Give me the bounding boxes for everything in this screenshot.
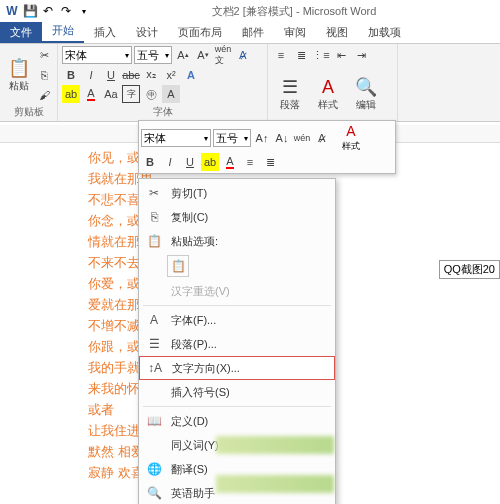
redo-icon[interactable]: ↷ <box>58 3 74 19</box>
mini-grow-button[interactable]: A↑ <box>253 129 271 147</box>
para-label: 段落 <box>280 98 300 112</box>
ctx-font-label: 字体(F)... <box>171 313 216 328</box>
ctx-text-direction[interactable]: ↕A文字方向(X)... <box>139 356 335 380</box>
copy-button[interactable]: ⎘ <box>35 66 53 84</box>
underline-button[interactable]: U <box>102 66 120 84</box>
shrink-font-button[interactable]: A▾ <box>194 46 212 64</box>
font-icon: A <box>145 313 163 327</box>
paragraph-button[interactable]: ☰段落 <box>272 69 308 119</box>
ctx-textdir-label: 文字方向(X)... <box>172 361 240 376</box>
ctx-paragraph[interactable]: ☰段落(P)... <box>139 332 335 356</box>
format-painter-button[interactable]: 🖌 <box>35 86 53 104</box>
paragraph-icon: ☰ <box>145 337 163 351</box>
styles-button[interactable]: A样式 <box>310 69 346 119</box>
font-select[interactable]: 宋体▾ <box>62 46 132 64</box>
grow-font-button[interactable]: A▴ <box>174 46 192 64</box>
ctx-synonym-label: 同义词(Y) <box>171 438 219 453</box>
outdent-button[interactable]: ⇤ <box>332 46 350 64</box>
numbering-button[interactable]: ≣ <box>292 46 310 64</box>
tab-view[interactable]: 视图 <box>316 22 358 43</box>
text-direction-icon: ↕A <box>146 361 164 375</box>
strike-button[interactable]: abc <box>122 66 140 84</box>
paste-button[interactable]: 📋粘贴 <box>4 50 33 100</box>
tab-review[interactable]: 审阅 <box>274 22 316 43</box>
subscript-button[interactable]: x₂ <box>142 66 160 84</box>
mini-bullets-button[interactable]: ≡ <box>241 153 259 171</box>
italic-button[interactable]: I <box>82 66 100 84</box>
mini-font-color-button[interactable]: A <box>221 153 239 171</box>
ctx-hanzi-label: 汉字重选(V) <box>171 284 230 299</box>
edit-label: 编辑 <box>356 98 376 112</box>
tab-home[interactable]: 开始 <box>42 20 84 43</box>
mini-styles-button[interactable]: A样式 <box>333 123 369 153</box>
clear-format-button[interactable]: A̷ <box>234 46 252 64</box>
ctx-cut[interactable]: ✂剪切(T) <box>139 181 335 205</box>
mini-phonetic-button[interactable]: wén <box>293 129 311 147</box>
context-menu: ✂剪切(T) ⎘复制(C) 📋粘贴选项: 📋 汉字重选(V) A字体(F)...… <box>138 178 336 504</box>
edit-button[interactable]: 🔍编辑 <box>348 69 384 119</box>
paste-keep-source[interactable]: 📋 <box>167 255 189 277</box>
tab-layout[interactable]: 页面布局 <box>168 22 232 43</box>
bullets-button[interactable]: ≡ <box>272 46 290 64</box>
paragraph-icon: ☰ <box>282 76 298 98</box>
save-icon[interactable]: 💾 <box>22 3 38 19</box>
bold-button[interactable]: B <box>62 66 80 84</box>
ctx-insert-symbol[interactable]: 插入符号(S) <box>139 380 335 404</box>
word-icon: W <box>4 3 20 19</box>
styles-icon: A <box>322 77 334 98</box>
tab-addins[interactable]: 加载项 <box>358 22 411 43</box>
tab-file[interactable]: 文件 <box>0 22 42 43</box>
text-effect-button[interactable]: A <box>182 66 200 84</box>
quick-access-toolbar: W 💾 ↶ ↷ ▾ <box>4 3 92 19</box>
window-title: 文档2 [兼容模式] - Microsoft Word <box>92 4 496 19</box>
ctx-cut-label: 剪切(T) <box>171 186 207 201</box>
qq-screenshot-tag: QQ截图20 <box>439 260 500 279</box>
ctx-copy[interactable]: ⎘复制(C) <box>139 205 335 229</box>
ctx-symbol-label: 插入符号(S) <box>171 385 230 400</box>
undo-icon[interactable]: ↶ <box>40 3 56 19</box>
ctx-hanzi: 汉字重选(V) <box>139 279 335 303</box>
mini-clear-button[interactable]: A̷ <box>313 129 331 147</box>
mini-styles-label: 样式 <box>342 141 360 151</box>
cut-button[interactable]: ✂ <box>35 46 53 64</box>
font-group-label: 字体 <box>62 105 263 119</box>
group-font: 宋体▾ 五号▾ A▴ A▾ wén文 A̷ B I U abc x₂ x² A … <box>58 44 268 121</box>
mini-size-select[interactable]: 五号▾ <box>213 129 251 147</box>
qat-more-icon[interactable]: ▾ <box>76 3 92 19</box>
superscript-button[interactable]: x² <box>162 66 180 84</box>
tab-insert[interactable]: 插入 <box>84 22 126 43</box>
ctx-define[interactable]: 📖定义(D) <box>139 409 335 433</box>
translate-icon: 🌐 <box>145 462 163 476</box>
mini-italic-button[interactable]: I <box>161 153 179 171</box>
copy-icon: ⎘ <box>145 210 163 224</box>
font-color-button[interactable]: A <box>82 85 100 103</box>
ctx-translate-label: 翻译(S) <box>171 462 208 477</box>
separator <box>143 305 331 306</box>
size-select[interactable]: 五号▾ <box>134 46 172 64</box>
enclose-button[interactable]: ㊥ <box>142 85 160 103</box>
mini-bold-button[interactable]: B <box>141 153 159 171</box>
clipboard-icon: 📋 <box>145 234 163 248</box>
char-border-button[interactable]: 字 <box>122 85 140 103</box>
phonetic-button[interactable]: wén文 <box>214 46 232 64</box>
mini-underline-button[interactable]: U <box>181 153 199 171</box>
char-shading-button[interactable]: Aa <box>102 85 120 103</box>
highlight-button[interactable]: ab <box>62 85 80 103</box>
mini-font-select[interactable]: 宋体▾ <box>141 129 211 147</box>
char-scale-button[interactable]: A <box>162 85 180 103</box>
mini-font-name: 宋体 <box>144 131 166 146</box>
tab-design[interactable]: 设计 <box>126 22 168 43</box>
mini-toolbar: 宋体▾ 五号▾ A↑ A↓ wén A̷ A样式 B I U ab A ≡ ≣ <box>138 120 396 174</box>
multilevel-button[interactable]: ⋮≡ <box>312 46 330 64</box>
ctx-font[interactable]: A字体(F)... <box>139 308 335 332</box>
paste-label: 粘贴 <box>9 79 29 93</box>
tab-mail[interactable]: 邮件 <box>232 22 274 43</box>
mini-highlight-button[interactable]: ab <box>201 153 219 171</box>
mini-numbering-button[interactable]: ≣ <box>261 153 279 171</box>
indent-button[interactable]: ⇥ <box>352 46 370 64</box>
ctx-para-label: 段落(P)... <box>171 337 217 352</box>
ctx-paste-label: 粘贴选项: <box>171 234 218 249</box>
mini-shrink-button[interactable]: A↓ <box>273 129 291 147</box>
scissors-icon: ✂ <box>145 186 163 200</box>
clipboard-label: 剪贴板 <box>4 105 53 119</box>
